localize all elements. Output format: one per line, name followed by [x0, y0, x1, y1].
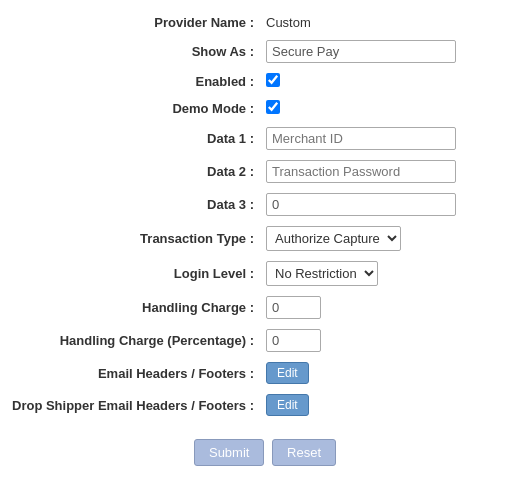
data2-label: Data 2 :	[0, 155, 260, 188]
drop-shipper-edit-button[interactable]: Edit	[266, 394, 309, 416]
show-as-label: Show As :	[0, 35, 260, 68]
login-level-select[interactable]: No Restriction User Admin	[266, 261, 378, 286]
demo-mode-checkbox[interactable]	[266, 100, 280, 114]
transaction-type-select[interactable]: Authorize Capture Authorize Only Capture…	[266, 226, 401, 251]
email-headers-label: Email Headers / Footers :	[0, 357, 260, 389]
provider-name-value: Custom	[260, 10, 530, 35]
transaction-type-label: Transaction Type :	[0, 221, 260, 256]
handling-charge-input[interactable]	[266, 296, 321, 319]
reset-button[interactable]: Reset	[272, 439, 336, 466]
data3-input[interactable]	[266, 193, 456, 216]
enabled-checkbox[interactable]	[266, 73, 280, 87]
data1-input[interactable]	[266, 127, 456, 150]
handling-charge-label: Handling Charge :	[0, 291, 260, 324]
show-as-input[interactable]	[266, 40, 456, 63]
handling-charge-pct-input[interactable]	[266, 329, 321, 352]
data1-label: Data 1 :	[0, 122, 260, 155]
data2-input[interactable]	[266, 160, 456, 183]
enabled-label: Enabled :	[0, 68, 260, 95]
provider-name-label: Provider Name :	[0, 10, 260, 35]
demo-mode-label: Demo Mode :	[0, 95, 260, 122]
submit-button[interactable]: Submit	[194, 439, 264, 466]
drop-shipper-label: Drop Shipper Email Headers / Footers :	[0, 389, 260, 421]
data3-label: Data 3 :	[0, 188, 260, 221]
login-level-label: Login Level :	[0, 256, 260, 291]
email-headers-edit-button[interactable]: Edit	[266, 362, 309, 384]
handling-charge-pct-label: Handling Charge (Percentage) :	[0, 324, 260, 357]
